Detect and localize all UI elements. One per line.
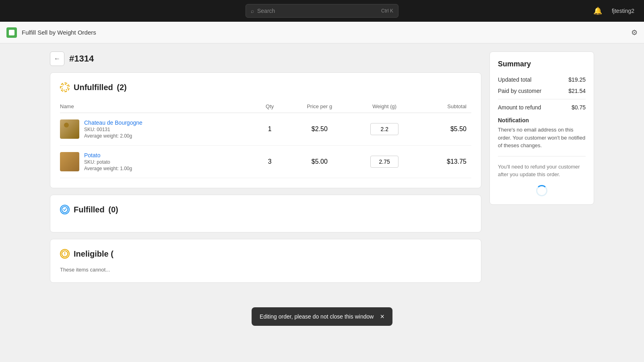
- app-logo: [6, 27, 17, 38]
- summary-title: Summary: [498, 60, 586, 68]
- topbar-right: 🔔 fjtesting2: [592, 5, 638, 17]
- item-image-cheese: [60, 119, 79, 139]
- item-price: $2.50: [289, 113, 354, 146]
- summary-label-paid: Paid by customer: [498, 88, 541, 94]
- toast-close-button[interactable]: ×: [380, 313, 384, 320]
- item-details: Chateau de Bourgogne SKU: 00131 Average …: [84, 119, 142, 139]
- item-sku: SKU: potato: [84, 159, 132, 165]
- item-name[interactable]: Chateau de Bourgogne: [84, 119, 142, 126]
- notifications-button[interactable]: 🔔: [592, 5, 604, 17]
- item-avg-weight: Average weight: 1.00g: [84, 166, 132, 171]
- notification-text: There's no email address on this order. …: [498, 126, 586, 150]
- main-content: ← #1314 Unfulfilled (2) Na: [40, 43, 604, 297]
- unfulfilled-header: Unfulfilled (2): [60, 82, 471, 92]
- search-icon: ⌕: [251, 8, 254, 14]
- item-qty: 3: [255, 146, 289, 178]
- toast-notification: Editing order, please do not close this …: [252, 307, 392, 326]
- col-weight-g: Weight (g): [355, 100, 419, 113]
- app-header: Fulfill Sell by Weight Orders ⚙: [0, 22, 644, 43]
- unfulfilled-table: Name Qty Price per g Weight (g) Subtotal: [60, 100, 471, 178]
- ineligible-title: Ineligible (: [74, 249, 114, 259]
- weight-input-cheese[interactable]: [370, 123, 398, 135]
- item-sku: SKU: 00131: [84, 127, 142, 132]
- ineligible-note: These items cannot...: [60, 267, 471, 273]
- unfulfilled-status-icon: [60, 82, 70, 92]
- fulfilled-title: Fulfilled (0): [74, 205, 118, 214]
- svg-point-0: [62, 84, 68, 90]
- item-subtotal: $5.50: [419, 113, 471, 146]
- search-placeholder: Search: [257, 8, 275, 14]
- col-qty: Qty: [255, 100, 289, 113]
- table-row: Chateau de Bourgogne SKU: 00131 Average …: [60, 113, 471, 146]
- notification-section: Notification There's no email address on…: [498, 117, 586, 150]
- ineligible-card: Ineligible ( These items cannot...: [50, 239, 481, 283]
- summary-row-refund: Amount to refund $0.75: [498, 104, 586, 111]
- summary-amount-refund: $0.75: [572, 104, 586, 111]
- page-title: Fulfill Sell by Weight Orders: [22, 29, 96, 36]
- back-icon: ←: [54, 55, 60, 62]
- item-qty: 1: [255, 113, 289, 146]
- toast-message: Editing order, please do not close this …: [260, 313, 374, 320]
- back-button[interactable]: ←: [50, 51, 64, 66]
- app-logo-inner: [9, 30, 14, 35]
- item-info: Potato SKU: potato Average weight: 1.00g: [60, 152, 250, 171]
- summary-amount-paid: $21.54: [568, 88, 586, 94]
- order-header: ← #1314: [50, 51, 481, 66]
- svg-point-4: [64, 255, 65, 256]
- summary-divider: [498, 99, 586, 99]
- loading-spinner: [536, 185, 547, 196]
- unfulfilled-card: Unfulfilled (2) Name Qty Price per g Wei…: [50, 72, 481, 188]
- right-column: Summary Updated total $19.25 Paid by cus…: [489, 51, 594, 289]
- item-details: Potato SKU: potato Average weight: 1.00g: [84, 152, 132, 171]
- summary-label-updated-total: Updated total: [498, 76, 531, 83]
- refund-note: You'll need to refund your customer afte…: [498, 156, 586, 179]
- col-subtotal: Subtotal: [419, 100, 471, 113]
- weight-input-potato[interactable]: [370, 156, 398, 168]
- table-row: Potato SKU: potato Average weight: 1.00g…: [60, 146, 471, 178]
- fulfilled-status-icon: [60, 205, 70, 214]
- col-price-per-g: Price per g: [289, 100, 354, 113]
- summary-row-updated-total: Updated total $19.25: [498, 76, 586, 83]
- summary-row-paid: Paid by customer $21.54: [498, 88, 586, 94]
- settings-icon[interactable]: ⚙: [631, 28, 638, 37]
- user-menu-button[interactable]: fjtesting2: [609, 6, 638, 16]
- unfulfilled-title: Unfulfilled (2): [74, 83, 127, 92]
- summary-amount-updated-total: $19.25: [568, 76, 586, 83]
- order-number: #1314: [69, 53, 94, 64]
- col-name: Name: [60, 100, 255, 113]
- fulfilled-card: Fulfilled (0): [50, 195, 481, 232]
- item-avg-weight: Average weight: 2.00g: [84, 133, 142, 139]
- svg-point-1: [62, 207, 68, 213]
- topbar: ⌕ Search Ctrl K 🔔 fjtesting2: [0, 0, 644, 22]
- notification-title: Notification: [498, 117, 586, 123]
- item-price: $5.00: [289, 146, 354, 178]
- fulfilled-header: Fulfilled (0): [60, 205, 471, 214]
- summary-card: Summary Updated total $19.25 Paid by cus…: [489, 51, 594, 205]
- search-shortcut: Ctrl K: [381, 8, 393, 14]
- item-subtotal: $13.75: [419, 146, 471, 178]
- ineligible-status-icon: [60, 249, 70, 259]
- summary-label-refund: Amount to refund: [498, 104, 541, 111]
- ineligible-header: Ineligible (: [60, 249, 471, 259]
- item-image-potato: [60, 152, 79, 171]
- left-column: ← #1314 Unfulfilled (2) Na: [50, 51, 481, 289]
- search-bar[interactable]: ⌕ Search Ctrl K: [246, 4, 398, 18]
- item-name[interactable]: Potato: [84, 152, 132, 158]
- item-info: Chateau de Bourgogne SKU: 00131 Average …: [60, 119, 250, 139]
